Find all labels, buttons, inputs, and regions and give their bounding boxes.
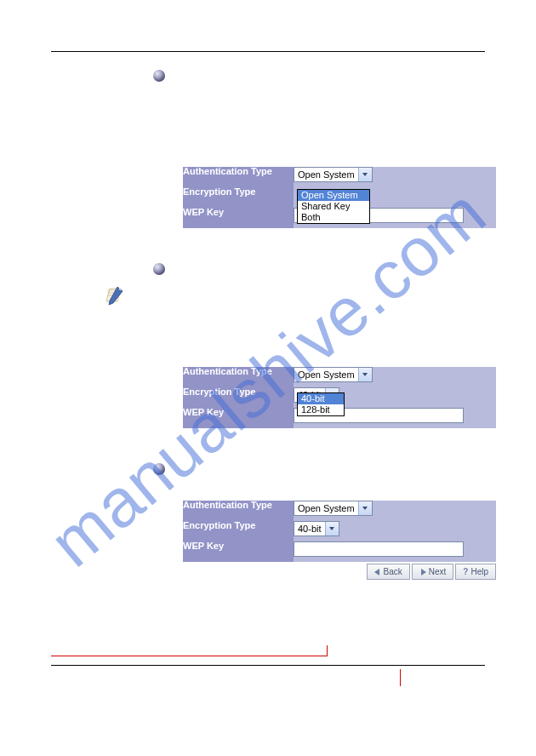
dropdown-option[interactable]: Open System — [298, 190, 369, 201]
triangle-left-icon — [374, 569, 381, 576]
chevron-down-icon — [358, 168, 372, 181]
auth-type-label: Authentication Type — [183, 501, 294, 521]
top-rule — [51, 51, 485, 52]
sphere-icon — [153, 463, 165, 475]
chevron-down-icon — [325, 522, 339, 536]
sphere-icon — [153, 70, 165, 82]
encryption-type-label: Encryption Type — [183, 521, 294, 541]
wep-key-label: WEP Key — [183, 208, 294, 228]
dropdown-option[interactable]: Both — [298, 212, 369, 223]
wep-key-label: WEP Key — [183, 541, 294, 562]
config-panel-3: Authentication Type Open System Encrypti… — [183, 501, 496, 562]
auth-type-label: Authentication Type — [183, 167, 294, 187]
triangle-right-icon — [419, 569, 426, 576]
dropdown-option[interactable]: 40-bit — [298, 393, 344, 404]
auth-type-select[interactable]: Open System — [294, 367, 373, 382]
note-icon — [102, 284, 126, 307]
annotation-line — [400, 669, 401, 686]
back-button[interactable]: Back — [367, 564, 410, 580]
encryption-type-label: Encryption Type — [183, 187, 294, 208]
dropdown-option[interactable]: Shared Key — [298, 201, 369, 212]
chevron-down-icon — [358, 368, 372, 381]
auth-type-select[interactable]: Open System — [294, 167, 373, 182]
wep-key-label: WEP Key — [183, 408, 294, 428]
next-button[interactable]: Next — [412, 564, 454, 580]
dropdown-option[interactable]: 128-bit — [298, 404, 344, 415]
question-icon: ? — [463, 567, 468, 576]
config-panel-1: Authentication Type Open System Encrypti… — [183, 167, 496, 228]
help-button[interactable]: ? Help — [455, 564, 496, 580]
encryption-type-label: Encryption Type — [183, 387, 294, 408]
bottom-rule — [51, 665, 485, 666]
wep-key-input[interactable] — [294, 541, 464, 557]
annotation-line — [327, 645, 328, 656]
auth-type-select[interactable]: Open System — [294, 501, 373, 516]
encryption-type-dropdown-list[interactable]: 40-bit 128-bit — [297, 392, 345, 416]
chevron-down-icon — [358, 501, 372, 515]
sphere-icon — [153, 263, 165, 275]
annotation-line — [51, 656, 328, 656]
auth-type-label: Authentication Type — [183, 367, 294, 387]
encryption-type-select[interactable]: 40-bit — [294, 521, 339, 536]
auth-type-dropdown-list[interactable]: Open System Shared Key Both — [297, 189, 370, 224]
config-panel-2: Authentication Type Open System Encrypti… — [183, 367, 496, 428]
button-row: Back Next ? Help — [183, 564, 496, 580]
